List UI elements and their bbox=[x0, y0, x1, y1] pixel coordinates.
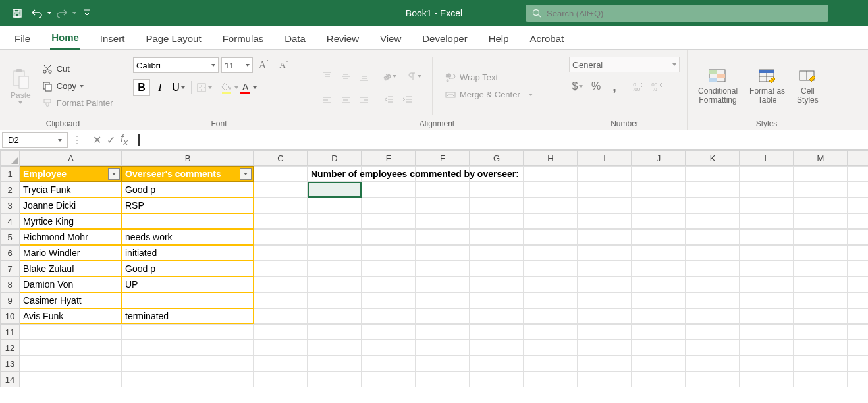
cell-H10[interactable] bbox=[524, 308, 578, 324]
cell-N7[interactable] bbox=[848, 261, 868, 277]
cell-F8[interactable] bbox=[416, 277, 470, 292]
cell-K12[interactable] bbox=[686, 340, 740, 356]
cell-A9[interactable]: Casimer Hyatt bbox=[20, 292, 122, 308]
cell-C2[interactable] bbox=[254, 182, 308, 198]
tab-help[interactable]: Help bbox=[487, 29, 510, 49]
tab-developer[interactable]: Developer bbox=[421, 29, 468, 49]
search-input[interactable] bbox=[547, 9, 822, 18]
cell-K2[interactable] bbox=[686, 182, 740, 198]
cell-D11[interactable] bbox=[308, 324, 362, 340]
cell-B13[interactable] bbox=[122, 356, 254, 371]
cell-B9[interactable] bbox=[122, 292, 254, 308]
cell-F5[interactable] bbox=[416, 229, 470, 245]
cell-I7[interactable] bbox=[578, 261, 632, 277]
format-as-table-button[interactable]: Format as Table bbox=[746, 54, 789, 118]
cell-J3[interactable] bbox=[632, 198, 686, 213]
cell-H7[interactable] bbox=[524, 261, 578, 277]
cell-K14[interactable] bbox=[686, 371, 740, 387]
cell-D7[interactable] bbox=[308, 261, 362, 277]
cell-J5[interactable] bbox=[632, 229, 686, 245]
cell-A5[interactable]: Richmond Mohr bbox=[20, 229, 122, 245]
row-header-9[interactable]: 9 bbox=[0, 292, 20, 308]
cell-L13[interactable] bbox=[740, 356, 794, 371]
chevron-down-icon[interactable] bbox=[80, 85, 84, 88]
cell-G6[interactable] bbox=[470, 245, 524, 261]
cell-L1[interactable] bbox=[740, 166, 794, 182]
increase-decimal-button[interactable]: .0.00 bbox=[630, 78, 647, 95]
cell-A11[interactable] bbox=[20, 324, 122, 340]
row-header-8[interactable]: 8 bbox=[0, 277, 20, 292]
cell-C6[interactable] bbox=[254, 245, 308, 261]
cell-M9[interactable] bbox=[794, 292, 848, 308]
cell-F3[interactable] bbox=[416, 198, 470, 213]
cell-B14[interactable] bbox=[122, 371, 254, 387]
cell-I4[interactable] bbox=[578, 213, 632, 229]
cell-N10[interactable] bbox=[848, 308, 868, 324]
cell-N5[interactable] bbox=[848, 229, 868, 245]
cell-L8[interactable] bbox=[740, 277, 794, 292]
cell-F14[interactable] bbox=[416, 371, 470, 387]
cell-D5[interactable] bbox=[308, 229, 362, 245]
cell-G12[interactable] bbox=[470, 340, 524, 356]
cell-K1[interactable] bbox=[686, 166, 740, 182]
cell-H1[interactable] bbox=[524, 166, 578, 182]
cell-B10[interactable]: terminated bbox=[122, 308, 254, 324]
cell-H4[interactable] bbox=[524, 213, 578, 229]
cell-C5[interactable] bbox=[254, 229, 308, 245]
cell-C8[interactable] bbox=[254, 277, 308, 292]
cell-G5[interactable] bbox=[470, 229, 524, 245]
cell-B6[interactable]: initiated bbox=[122, 245, 254, 261]
cell-F6[interactable] bbox=[416, 245, 470, 261]
tab-insert[interactable]: Insert bbox=[99, 29, 126, 49]
fx-icon[interactable]: fx bbox=[121, 133, 128, 147]
cell-E5[interactable] bbox=[362, 229, 416, 245]
cell-K5[interactable] bbox=[686, 229, 740, 245]
column-header-F[interactable]: F bbox=[416, 150, 470, 166]
cell-L9[interactable] bbox=[740, 292, 794, 308]
cell-H2[interactable] bbox=[524, 182, 578, 198]
cell-L4[interactable] bbox=[740, 213, 794, 229]
italic-button[interactable]: I bbox=[151, 79, 169, 96]
align-bottom-button[interactable] bbox=[356, 68, 373, 85]
undo-dropdown-icon[interactable] bbox=[47, 12, 51, 14]
column-header-A[interactable]: A bbox=[20, 150, 122, 166]
select-all-corner[interactable] bbox=[0, 150, 20, 166]
column-header-J[interactable]: J bbox=[632, 150, 686, 166]
cell-C12[interactable] bbox=[254, 340, 308, 356]
row-header-12[interactable]: 12 bbox=[0, 340, 20, 356]
qat-customize-icon[interactable] bbox=[78, 4, 96, 22]
cell-D4[interactable] bbox=[308, 213, 362, 229]
cell-E4[interactable] bbox=[362, 213, 416, 229]
increase-indent-button[interactable] bbox=[399, 92, 416, 109]
cell-A3[interactable]: Joanne Dicki bbox=[20, 198, 122, 213]
cell-F9[interactable] bbox=[416, 292, 470, 308]
cell-J12[interactable] bbox=[632, 340, 686, 356]
redo-icon[interactable] bbox=[53, 4, 71, 22]
cell-C14[interactable] bbox=[254, 371, 308, 387]
cell-E9[interactable] bbox=[362, 292, 416, 308]
row-header-11[interactable]: 11 bbox=[0, 324, 20, 340]
cell-C7[interactable] bbox=[254, 261, 308, 277]
cell-B8[interactable]: UP bbox=[122, 277, 254, 292]
rtl-button[interactable] bbox=[406, 68, 423, 85]
cell-M3[interactable] bbox=[794, 198, 848, 213]
cell-K4[interactable] bbox=[686, 213, 740, 229]
cell-L6[interactable] bbox=[740, 245, 794, 261]
cell-I5[interactable] bbox=[578, 229, 632, 245]
name-box[interactable]: D2 bbox=[2, 132, 68, 148]
cell-M7[interactable] bbox=[794, 261, 848, 277]
cell-N3[interactable] bbox=[848, 198, 868, 213]
cell-H9[interactable] bbox=[524, 292, 578, 308]
comma-format-button[interactable]: , bbox=[606, 78, 623, 95]
cell-I13[interactable] bbox=[578, 356, 632, 371]
cell-I14[interactable] bbox=[578, 371, 632, 387]
cell-G3[interactable] bbox=[470, 198, 524, 213]
cell-I12[interactable] bbox=[578, 340, 632, 356]
cell-E11[interactable] bbox=[362, 324, 416, 340]
cell-K13[interactable] bbox=[686, 356, 740, 371]
increase-font-button[interactable]: A˄ bbox=[256, 57, 273, 74]
cell-I3[interactable] bbox=[578, 198, 632, 213]
cell-G10[interactable] bbox=[470, 308, 524, 324]
cell-M8[interactable] bbox=[794, 277, 848, 292]
cell-J10[interactable] bbox=[632, 308, 686, 324]
